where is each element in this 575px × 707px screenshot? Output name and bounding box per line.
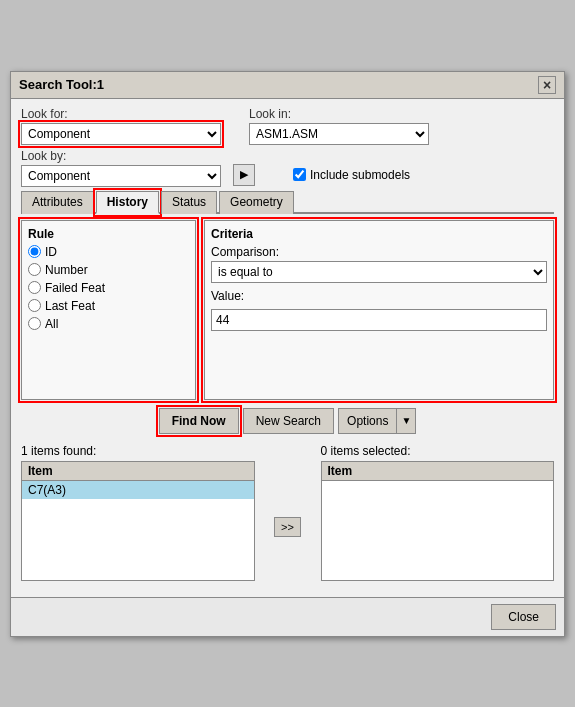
rule-title: Rule (28, 227, 189, 241)
rule-radio-last-feat[interactable] (28, 299, 41, 312)
left-list-header: Item (22, 462, 254, 481)
rule-radio-all[interactable] (28, 317, 41, 330)
look-by-row: Look by: Component ▶ Include submodels (21, 149, 554, 187)
options-dropdown-arrow[interactable]: ▼ (397, 408, 415, 434)
results-area: 1 items found: Item C7(A3) >> 0 items se… (21, 444, 554, 581)
tab-attributes[interactable]: Attributes (21, 191, 94, 214)
look-in-group: Look in: ASM1.ASM (249, 107, 429, 145)
look-in-select[interactable]: ASM1.ASM (249, 123, 429, 145)
rule-label-failed-feat: Failed Feat (45, 281, 105, 295)
look-for-group: Look for: Component Feature Part Assembl… (21, 107, 221, 145)
look-for-label: Look for: (21, 107, 221, 121)
look-by-select[interactable]: Component (21, 165, 221, 187)
rule-radio-id[interactable] (28, 245, 41, 258)
tab-history[interactable]: History (96, 191, 159, 214)
rule-label-last-feat: Last Feat (45, 299, 95, 313)
dialog-title: Search Tool:1 (19, 77, 104, 92)
title-bar: Search Tool:1 × (11, 72, 564, 99)
rule-box: Rule ID Number Failed Feat (21, 220, 196, 400)
right-result-panel: 0 items selected: Item (321, 444, 555, 581)
left-result-list: Item C7(A3) (21, 461, 255, 581)
include-submodels-label: Include submodels (310, 168, 410, 182)
dialog-body: Look for: Component Feature Part Assembl… (11, 99, 564, 597)
options-button[interactable]: Options ▼ (338, 408, 416, 434)
criteria-value-input[interactable] (211, 309, 547, 331)
find-now-button[interactable]: Find Now (159, 408, 239, 434)
rule-radio-failed-feat[interactable] (28, 281, 41, 294)
tab-geometry[interactable]: Geometry (219, 191, 294, 214)
rule-option-last-feat[interactable]: Last Feat (28, 299, 189, 313)
rule-label-all: All (45, 317, 58, 331)
left-result-panel: 1 items found: Item C7(A3) (21, 444, 255, 581)
rule-option-id[interactable]: ID (28, 245, 189, 259)
buttons-row: Find Now New Search Options ▼ (21, 408, 554, 434)
rule-label-number: Number (45, 263, 88, 277)
comparison-select[interactable]: is equal to is not equal to is less than… (211, 261, 547, 283)
rule-radio-number[interactable] (28, 263, 41, 276)
look-for-select-wrapper: Component Feature Part Assembly (21, 123, 221, 145)
criteria-title: Criteria (211, 227, 547, 241)
close-button[interactable]: Close (491, 604, 556, 630)
rule-option-number[interactable]: Number (28, 263, 189, 277)
look-by-group: Look by: Component (21, 149, 221, 187)
right-list-header: Item (322, 462, 554, 481)
include-submodels-checkbox[interactable] (293, 168, 306, 181)
rule-option-all[interactable]: All (28, 317, 189, 331)
value-label: Value: (211, 289, 547, 303)
look-for-row: Look for: Component Feature Part Assembl… (21, 107, 554, 145)
search-tool-dialog: Search Tool:1 × Look for: Component Feat… (10, 71, 565, 637)
right-count-label: 0 items selected: (321, 444, 555, 458)
comparison-label: Comparison: (211, 245, 547, 259)
list-item[interactable]: C7(A3) (22, 481, 254, 499)
rule-label-id: ID (45, 245, 57, 259)
title-bar-close-button[interactable]: × (538, 76, 556, 94)
look-in-select-wrapper: ASM1.ASM (249, 123, 429, 145)
look-in-label: Look in: (249, 107, 429, 121)
rule-option-failed-feat[interactable]: Failed Feat (28, 281, 189, 295)
main-content: Rule ID Number Failed Feat (21, 220, 554, 400)
include-submodels-group: Include submodels (293, 168, 410, 182)
transfer-button[interactable]: >> (274, 517, 301, 537)
look-for-select[interactable]: Component Feature Part Assembly (21, 123, 221, 145)
look-by-label: Look by: (21, 149, 221, 163)
arrow-button[interactable]: ▶ (233, 164, 255, 186)
new-search-button[interactable]: New Search (243, 408, 334, 434)
right-result-list: Item (321, 461, 555, 581)
left-count-label: 1 items found: (21, 444, 255, 458)
criteria-box: Criteria Comparison: is equal to is not … (204, 220, 554, 400)
tab-status[interactable]: Status (161, 191, 217, 214)
transfer-area: >> (263, 444, 313, 581)
dialog-footer: Close (11, 597, 564, 636)
tabs-row: Attributes History Status Geometry (21, 191, 554, 214)
rule-radio-group: ID Number Failed Feat Last Feat (28, 245, 189, 331)
options-label: Options (339, 408, 397, 434)
